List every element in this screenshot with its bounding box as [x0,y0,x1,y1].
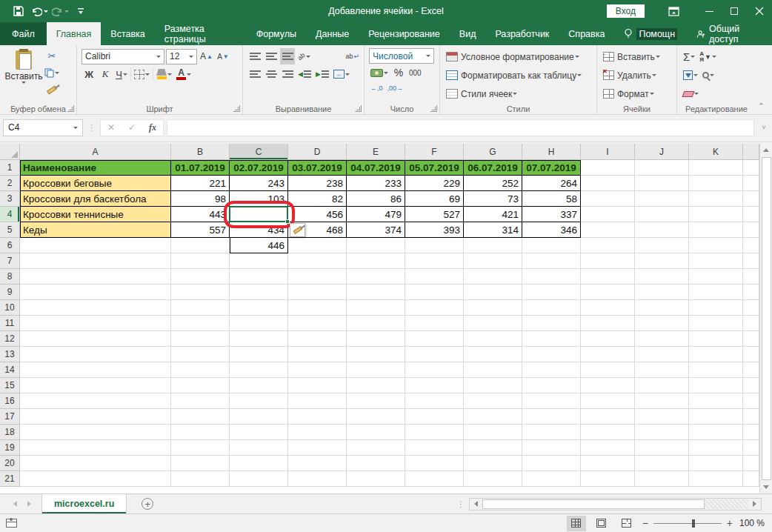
cell-J10[interactable] [635,300,689,316]
row-header-4[interactable]: 4 [0,207,20,222]
cell-B7[interactable] [171,253,230,269]
cell-F14[interactable] [405,362,464,378]
copy-button[interactable] [43,64,61,81]
cell-partial-17[interactable] [743,409,759,425]
cell-K5[interactable] [689,222,743,238]
column-header-I[interactable]: I [581,144,635,160]
column-header-G[interactable]: G [464,144,522,160]
cell-E15[interactable] [347,378,405,393]
cell-E21[interactable] [347,471,405,487]
cell-E10[interactable] [347,300,405,316]
cell-K16[interactable] [689,393,743,409]
column-header-H[interactable]: H [522,144,581,160]
cell-K20[interactable] [689,456,743,471]
borders-button[interactable] [133,66,151,82]
cell-J3[interactable] [635,191,689,207]
alignment-dialog-launcher[interactable] [355,105,362,112]
cell-C7[interactable] [230,253,288,269]
cell-F4[interactable]: 527 [405,207,464,222]
cell-B14[interactable] [171,362,230,378]
row-header-11[interactable]: 11 [0,316,20,331]
cell-J11[interactable] [635,316,689,331]
cell-D13[interactable] [288,347,347,362]
cell-K11[interactable] [689,316,743,331]
insert-function-button[interactable]: fx [142,122,163,133]
cell-F8[interactable] [405,269,464,285]
increase-decimal-button[interactable]: ←,0 [369,80,385,96]
customize-qat-button[interactable] [71,2,90,20]
column-header-B[interactable]: B [171,144,230,160]
cell-E7[interactable] [347,253,405,269]
cell-I21[interactable] [581,471,635,487]
cell-G18[interactable] [464,425,522,440]
clipboard-dialog-launcher[interactable] [67,105,74,112]
cell-A9[interactable] [20,285,171,300]
cell-F16[interactable] [405,393,464,409]
cell-E9[interactable] [347,285,405,300]
cell-J7[interactable] [635,253,689,269]
column-header-A[interactable]: A [20,144,171,160]
cell-A18[interactable] [20,425,171,440]
cell-C15[interactable] [230,378,288,393]
cell-J13[interactable] [635,347,689,362]
cell-G15[interactable] [464,378,522,393]
row-header-8[interactable]: 8 [0,269,20,285]
add-sheet-button[interactable]: + [142,498,153,510]
find-select-button[interactable] [701,67,716,84]
cell-G16[interactable] [464,393,522,409]
cell-C12[interactable] [230,331,288,347]
align-bottom-button[interactable] [280,48,295,64]
cell-E1[interactable]: 04.07.2019 [347,160,405,176]
cell-I10[interactable] [581,300,635,316]
sort-filter-button[interactable]: АЯ ▼ [698,49,718,65]
cell-A11[interactable] [20,316,171,331]
cell-A1[interactable]: Наименование [20,160,171,176]
cell-E17[interactable] [347,409,405,425]
prev-sheet-button[interactable] [13,501,17,507]
cell-A4[interactable]: Кроссовки теннисные [20,207,171,222]
maximize-button[interactable] [722,0,747,22]
cell-A13[interactable] [20,347,171,362]
cell-I11[interactable] [581,316,635,331]
cell-C21[interactable] [230,471,288,487]
cell-C5[interactable]: 434 [230,222,288,238]
cell-partial-6[interactable] [743,238,759,253]
cell-A14[interactable] [20,362,171,378]
cell-H20[interactable] [522,456,581,471]
number-dialog-launcher[interactable] [430,105,437,112]
formula-input[interactable] [167,119,754,136]
cell-A16[interactable] [20,393,171,409]
cell-J6[interactable] [635,238,689,253]
cell-I2[interactable] [581,176,635,191]
cell-styles-button[interactable]: Стили ячеек [445,86,593,102]
decrease-indent-button[interactable]: ◀ [296,66,313,82]
cell-E14[interactable] [347,362,405,378]
format-painter-button[interactable] [43,82,61,98]
font-color-button[interactable]: А [175,66,193,82]
font-name-combo[interactable]: Calibri [81,49,164,64]
cell-A15[interactable] [20,378,171,393]
cell-H18[interactable] [522,425,581,440]
cell-G4[interactable]: 421 [464,207,522,222]
cell-D16[interactable] [288,393,347,409]
cell-I15[interactable] [581,378,635,393]
paste-button[interactable]: Вставить [4,47,43,98]
normal-view-button[interactable] [567,516,586,531]
clear-button[interactable] [682,86,700,102]
conditional-formatting-button[interactable]: Условное форматирование [445,49,593,65]
cell-D11[interactable] [288,316,347,331]
insert-options-button[interactable] [290,223,305,237]
cell-K15[interactable] [689,378,743,393]
cell-B11[interactable] [171,316,230,331]
cell-C4[interactable] [230,207,288,222]
cell-G6[interactable] [464,238,522,253]
cell-partial-11[interactable] [743,316,759,331]
cell-C17[interactable] [230,409,288,425]
cell-B16[interactable] [171,393,230,409]
cell-partial-14[interactable] [743,362,759,378]
cell-B17[interactable] [171,409,230,425]
cell-K3[interactable] [689,191,743,207]
cell-D10[interactable] [288,300,347,316]
cell-H11[interactable] [522,316,581,331]
cell-C9[interactable] [230,285,288,300]
